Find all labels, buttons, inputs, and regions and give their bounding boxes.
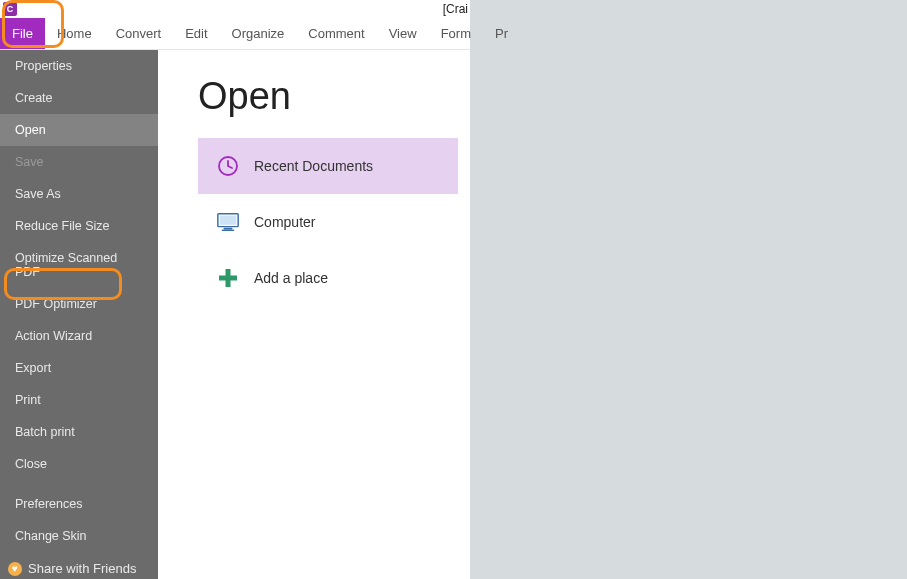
location-label: Recent Documents: [254, 158, 373, 174]
window-title: [Crai: [443, 2, 470, 16]
open-panel: Open Recent Documents Computer Add a pla…: [158, 50, 470, 579]
sidebar-item-reduce-file-size[interactable]: Reduce File Size: [0, 210, 158, 242]
location-add-place[interactable]: Add a place: [198, 250, 458, 306]
app-icon: C: [3, 2, 17, 16]
sidebar-item-optimize-scanned-pdf[interactable]: Optimize Scanned PDF: [0, 242, 158, 288]
sidebar-item-open[interactable]: Open: [0, 114, 158, 146]
sidebar-item-preferences[interactable]: Preferences: [0, 488, 158, 520]
svg-rect-2: [220, 216, 237, 225]
heart-icon: ♥: [8, 562, 22, 576]
tab-organize[interactable]: Organize: [220, 18, 297, 49]
tab-view[interactable]: View: [377, 18, 429, 49]
plus-icon: [216, 266, 240, 290]
sidebar-item-batch-print[interactable]: Batch print: [0, 416, 158, 448]
sidebar-item-save: Save: [0, 146, 158, 178]
tab-edit[interactable]: Edit: [173, 18, 219, 49]
backstage-view: Properties Create Open Save Save As Redu…: [0, 50, 470, 579]
app-window: C [Crai File Home Convert Edit Organize …: [0, 0, 470, 579]
tab-protect[interactable]: Pr: [483, 18, 508, 49]
sidebar-item-action-wizard[interactable]: Action Wizard: [0, 320, 158, 352]
location-recent-documents[interactable]: Recent Documents: [198, 138, 458, 194]
sidebar-item-create[interactable]: Create: [0, 82, 158, 114]
sidebar-item-export[interactable]: Export: [0, 352, 158, 384]
sidebar-item-pdf-optimizer[interactable]: PDF Optimizer: [0, 288, 158, 320]
tab-form[interactable]: Form: [429, 18, 483, 49]
sidebar-item-properties[interactable]: Properties: [0, 50, 158, 82]
location-label: Computer: [254, 214, 315, 230]
sidebar-item-change-skin[interactable]: Change Skin: [0, 520, 158, 552]
sidebar-item-save-as[interactable]: Save As: [0, 178, 158, 210]
sidebar-item-label: Share with Friends: [28, 561, 136, 576]
sidebar-item-share[interactable]: ♥ Share with Friends: [0, 552, 158, 579]
tab-convert[interactable]: Convert: [104, 18, 174, 49]
sidebar-item-print[interactable]: Print: [0, 384, 158, 416]
location-computer[interactable]: Computer: [198, 194, 458, 250]
tab-file[interactable]: File: [0, 18, 45, 49]
tab-comment[interactable]: Comment: [296, 18, 376, 49]
clock-icon: [216, 154, 240, 178]
tab-home[interactable]: Home: [45, 18, 104, 49]
title-bar: C [Crai: [0, 0, 470, 18]
page-title: Open: [198, 75, 470, 118]
file-sidebar: Properties Create Open Save Save As Redu…: [0, 50, 158, 579]
sidebar-item-close[interactable]: Close: [0, 448, 158, 480]
location-label: Add a place: [254, 270, 328, 286]
ribbon-tabs: File Home Convert Edit Organize Comment …: [0, 18, 470, 50]
computer-icon: [216, 210, 240, 234]
